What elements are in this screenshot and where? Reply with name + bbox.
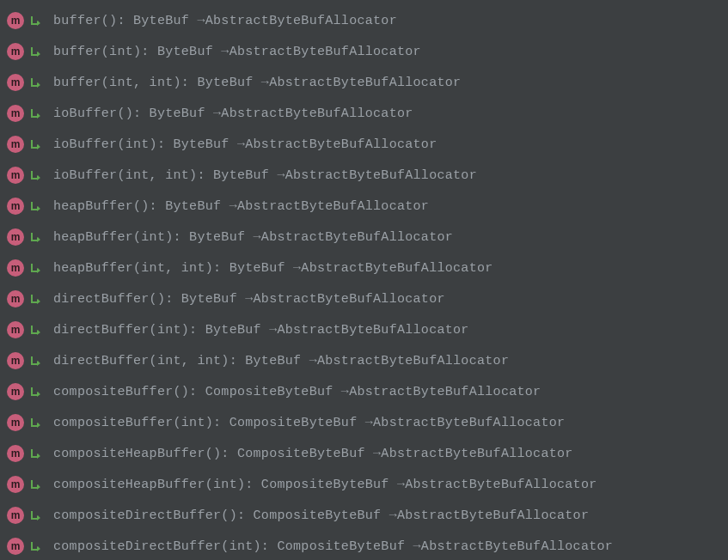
method-icon-letter: m <box>11 355 21 367</box>
method-signature: buffer(): ByteBuf →AbstractByteBufAlloca… <box>53 14 397 28</box>
override-icon <box>29 231 41 243</box>
method-icon: m <box>7 321 24 338</box>
method-item[interactable]: m heapBuffer(int): ByteBuf →AbstractByte… <box>0 222 728 253</box>
method-icon-letter: m <box>11 138 21 150</box>
override-icon <box>29 324 41 336</box>
method-icon: m <box>7 414 24 431</box>
method-item[interactable]: m ioBuffer(): ByteBuf →AbstractByteBufAl… <box>0 98 728 129</box>
override-icon <box>29 478 41 490</box>
method-icon: m <box>7 290 24 307</box>
method-signature: ioBuffer(int): ByteBuf →AbstractByteBufA… <box>53 137 437 152</box>
method-icon-letter: m <box>11 324 21 336</box>
override-icon <box>29 417 41 429</box>
method-icon-letter: m <box>11 478 21 490</box>
method-icon: m <box>7 383 24 400</box>
method-item[interactable]: m compositeDirectBuffer(int): CompositeB… <box>0 531 728 560</box>
method-signature: buffer(int): ByteBuf →AbstractByteBufAll… <box>53 45 421 59</box>
method-icon: m <box>7 352 24 369</box>
override-icon <box>29 355 41 367</box>
method-signature: compositeBuffer(int): CompositeByteBuf →… <box>53 416 565 430</box>
method-icon: m <box>7 105 24 122</box>
override-icon <box>29 107 41 119</box>
method-icon-letter: m <box>11 169 21 181</box>
method-signature: buffer(int, int): ByteBuf →AbstractByteB… <box>53 76 461 90</box>
method-icon: m <box>7 445 24 462</box>
method-item[interactable]: m compositeHeapBuffer(): CompositeByteBu… <box>0 438 728 469</box>
method-icon-letter: m <box>11 417 21 429</box>
method-item[interactable]: m compositeBuffer(int): CompositeByteBuf… <box>0 407 728 438</box>
method-icon: m <box>7 259 24 277</box>
method-signature: directBuffer(int, int): ByteBuf →Abstrac… <box>53 354 509 368</box>
method-icon: m <box>7 507 24 524</box>
override-icon <box>29 76 41 88</box>
override-icon <box>29 509 41 521</box>
method-item[interactable]: m ioBuffer(int, int): ByteBuf →AbstractB… <box>0 160 728 191</box>
method-signature: compositeHeapBuffer(): CompositeByteBuf … <box>53 447 573 461</box>
method-signature: ioBuffer(int, int): ByteBuf →AbstractByt… <box>53 168 477 183</box>
method-icon-letter: m <box>11 540 21 552</box>
method-item[interactable]: m directBuffer(int): ByteBuf →AbstractBy… <box>0 314 728 345</box>
method-signature: compositeHeapBuffer(int): CompositeByteB… <box>53 478 597 492</box>
method-item[interactable]: m compositeBuffer(): CompositeByteBuf →A… <box>0 376 728 407</box>
method-icon: m <box>7 476 24 493</box>
override-icon <box>29 386 41 398</box>
method-icon: m <box>7 167 24 184</box>
method-signature: compositeDirectBuffer(): CompositeByteBu… <box>53 508 589 523</box>
method-list: m buffer(): ByteBuf →AbstractByteBufAllo… <box>0 5 728 560</box>
override-icon <box>29 447 41 460</box>
method-icon-letter: m <box>11 262 21 274</box>
method-icon: m <box>7 228 24 246</box>
method-item[interactable]: m buffer(): ByteBuf →AbstractByteBufAllo… <box>0 5 728 36</box>
method-icon: m <box>7 12 24 29</box>
method-item[interactable]: m directBuffer(int, int): ByteBuf →Abstr… <box>0 345 728 376</box>
method-icon-letter: m <box>11 46 21 58</box>
method-item[interactable]: m buffer(int, int): ByteBuf →AbstractByt… <box>0 67 728 98</box>
method-icon: m <box>7 43 24 60</box>
method-item[interactable]: m ioBuffer(int): ByteBuf →AbstractByteBu… <box>0 129 728 160</box>
method-icon-letter: m <box>11 200 21 212</box>
method-icon-letter: m <box>11 231 21 243</box>
method-item[interactable]: m compositeHeapBuffer(int): CompositeByt… <box>0 469 728 500</box>
method-item[interactable]: m compositeDirectBuffer(): CompositeByte… <box>0 500 728 531</box>
method-item[interactable]: m heapBuffer(int, int): ByteBuf →Abstrac… <box>0 253 728 283</box>
method-signature: heapBuffer(int, int): ByteBuf →AbstractB… <box>53 261 493 276</box>
method-icon: m <box>7 74 24 91</box>
method-icon-letter: m <box>11 293 21 305</box>
method-signature: heapBuffer(int): ByteBuf →AbstractByteBu… <box>53 230 453 245</box>
method-item[interactable]: m heapBuffer(): ByteBuf →AbstractByteBuf… <box>0 191 728 222</box>
override-icon <box>29 46 41 58</box>
method-item[interactable]: m buffer(int): ByteBuf →AbstractByteBufA… <box>0 36 728 67</box>
method-icon-letter: m <box>11 15 21 27</box>
method-icon: m <box>7 136 24 153</box>
method-icon: m <box>7 198 24 215</box>
method-signature: compositeBuffer(): CompositeByteBuf →Abs… <box>53 385 541 399</box>
override-icon <box>29 169 41 181</box>
override-icon <box>29 293 41 305</box>
method-item[interactable]: m directBuffer(): ByteBuf →AbstractByteB… <box>0 283 728 314</box>
method-signature: ioBuffer(): ByteBuf →AbstractByteBufAllo… <box>53 107 413 121</box>
method-icon-letter: m <box>11 509 21 521</box>
method-icon-letter: m <box>11 107 21 119</box>
method-signature: heapBuffer(): ByteBuf →AbstractByteBufAl… <box>53 199 429 214</box>
method-icon-letter: m <box>11 447 21 460</box>
method-icon-letter: m <box>11 76 21 88</box>
method-icon-letter: m <box>11 386 21 398</box>
method-signature: directBuffer(int): ByteBuf →AbstractByte… <box>53 323 469 338</box>
method-icon: m <box>7 538 24 555</box>
method-signature: directBuffer(): ByteBuf →AbstractByteBuf… <box>53 292 445 307</box>
override-icon <box>29 200 41 212</box>
override-icon <box>29 138 41 150</box>
method-signature: compositeDirectBuffer(int): CompositeByt… <box>53 539 613 554</box>
override-icon <box>29 15 41 27</box>
override-icon <box>29 262 41 274</box>
override-icon <box>29 540 41 552</box>
